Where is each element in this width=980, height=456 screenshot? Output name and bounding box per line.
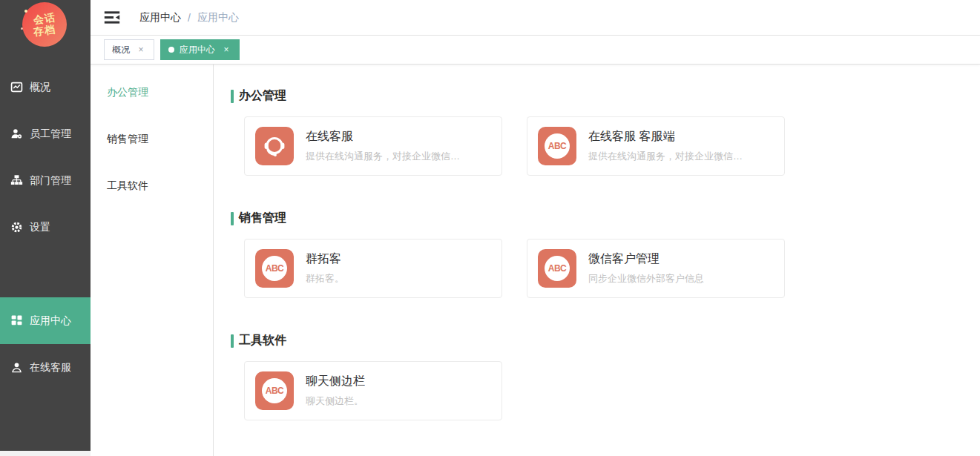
gear-icon <box>10 221 23 234</box>
app-card-list: ABC群拓客群拓客。ABC微信客户管理同步企业微信外部客户信息 <box>244 239 980 298</box>
users-icon <box>10 128 23 140</box>
app-card[interactable]: ABC聊天侧边栏聊天侧边栏。 <box>244 361 502 420</box>
app-name: 聊天侧边栏 <box>306 374 365 389</box>
app-card-text: 微信客户管理同步企业微信外部客户信息 <box>588 251 704 285</box>
agent-icon <box>10 361 23 374</box>
sidebar-item-departments[interactable]: 部门管理 <box>0 157 91 204</box>
category-nav-item-sales[interactable]: 销售管理 <box>91 116 213 162</box>
section-accent-bar <box>231 334 234 348</box>
abc-badge: ABC <box>545 133 570 159</box>
sidebar-scroll-track <box>0 451 91 456</box>
section-header: 办公管理 <box>231 88 980 104</box>
app-card-text: 聊天侧边栏聊天侧边栏。 <box>306 374 365 408</box>
sidebar-item-overview[interactable]: 概况 <box>0 64 91 110</box>
tab-overview[interactable]: 概况× <box>104 39 154 60</box>
abc-badge: ABC <box>262 256 287 281</box>
sidebar-item-label: 应用中心 <box>30 314 71 328</box>
logo-dot <box>24 10 27 13</box>
tab-label: 概况 <box>112 44 130 56</box>
app-root: 会话 存档 概况员工管理部门管理设置应用中心在线客服 应用中心 / 应用中心 概… <box>0 0 980 456</box>
headset-icon <box>255 127 294 165</box>
app-description: 聊天侧边栏。 <box>306 394 365 408</box>
section-title: 办公管理 <box>239 88 286 104</box>
sidebar-item-online-service[interactable]: 在线客服 <box>0 344 91 391</box>
app-description: 群拓客。 <box>306 272 344 285</box>
abc-icon: ABC <box>255 371 294 410</box>
sidebar-item-label: 概况 <box>30 81 50 94</box>
sidebar-item-label: 部门管理 <box>30 174 71 188</box>
category-nav-item-office[interactable]: 办公管理 <box>91 69 213 116</box>
logo-text-line2: 存档 <box>33 23 56 38</box>
breadcrumb-separator: / <box>188 12 191 24</box>
sidebar-item-app-center[interactable]: 应用中心 <box>0 297 91 344</box>
sidebar-toggle-icon[interactable] <box>104 10 120 24</box>
app-name: 微信客户管理 <box>588 251 704 267</box>
sidebar-item-settings[interactable]: 设置 <box>0 204 91 251</box>
app-section: 工具软件ABC聊天侧边栏聊天侧边栏。 <box>231 333 980 420</box>
section-title: 工具软件 <box>239 333 286 348</box>
category-nav: 办公管理销售管理工具软件 <box>91 65 214 456</box>
sidebar-item-label: 设置 <box>30 221 50 234</box>
grid-icon <box>10 314 23 327</box>
sidebar-nav: 概况员工管理部门管理设置应用中心在线客服 <box>0 64 91 391</box>
app-card[interactable]: ABC在线客服 客服端提供在线沟通服务，对接企业微信… <box>527 116 785 176</box>
app-card-list: ABC聊天侧边栏聊天侧边栏。 <box>244 361 980 420</box>
app-description: 提供在线沟通服务，对接企业微信… <box>588 150 743 163</box>
app-card-text: 在线客服 客服端提供在线沟通服务，对接企业微信… <box>588 129 743 163</box>
app-description: 同步企业微信外部客户信息 <box>588 272 704 285</box>
sidebar-item-employees[interactable]: 员工管理 <box>0 110 91 157</box>
app-card[interactable]: 在线客服提供在线沟通服务，对接企业微信… <box>244 116 502 176</box>
abc-icon: ABC <box>538 127 576 165</box>
abc-badge: ABC <box>545 256 570 281</box>
breadcrumb: 应用中心 / 应用中心 <box>139 11 239 24</box>
app-name: 在线客服 客服端 <box>588 129 743 145</box>
section-header: 销售管理 <box>231 211 980 226</box>
sidebar-item-label: 员工管理 <box>30 128 71 141</box>
tags-view-bar: 概况×应用中心× <box>91 36 980 65</box>
app-card[interactable]: ABC群拓客群拓客。 <box>244 239 502 298</box>
app-description: 提供在线沟通服务，对接企业微信… <box>306 150 460 163</box>
app-card-list: 在线客服提供在线沟通服务，对接企业微信…ABC在线客服 客服端提供在线沟通服务，… <box>244 116 980 176</box>
app-card-text: 在线客服提供在线沟通服务，对接企业微信… <box>306 129 460 163</box>
logo-dot <box>21 27 23 30</box>
tab-close-icon[interactable]: × <box>221 44 231 55</box>
app-card-text: 群拓客群拓客。 <box>306 251 344 285</box>
tab-close-icon[interactable]: × <box>136 44 146 55</box>
org-icon <box>10 174 23 187</box>
abc-icon: ABC <box>538 249 576 288</box>
abc-badge: ABC <box>262 378 287 403</box>
app-name: 群拓客 <box>306 251 344 267</box>
sidebar-item-label: 在线客服 <box>30 361 71 374</box>
tab-app-center[interactable]: 应用中心× <box>160 39 240 60</box>
section-header: 工具软件 <box>231 333 980 348</box>
section-title: 销售管理 <box>239 211 286 226</box>
app-logo: 会话 存档 <box>22 2 67 47</box>
breadcrumb-item-parent[interactable]: 应用中心 <box>139 11 181 24</box>
app-name: 在线客服 <box>306 129 460 145</box>
active-tab-dot <box>168 47 174 53</box>
app-card[interactable]: ABC微信客户管理同步企业微信外部客户信息 <box>527 239 785 298</box>
section-accent-bar <box>231 90 234 103</box>
app-section: 销售管理ABC群拓客群拓客。ABC微信客户管理同步企业微信外部客户信息 <box>231 211 980 298</box>
section-accent-bar <box>231 212 234 225</box>
tab-label: 应用中心 <box>180 44 215 56</box>
app-section: 办公管理在线客服提供在线沟通服务，对接企业微信…ABC在线客服 客服端提供在线沟… <box>231 88 980 176</box>
breadcrumb-item-current: 应用中心 <box>197 11 239 24</box>
abc-icon: ABC <box>255 249 294 288</box>
app-center-content: 办公管理在线客服提供在线沟通服务，对接企业微信…ABC在线客服 客服端提供在线沟… <box>214 65 980 456</box>
category-nav-item-tools[interactable]: 工具软件 <box>91 162 213 209</box>
sidebar: 会话 存档 概况员工管理部门管理设置应用中心在线客服 <box>0 0 91 451</box>
chart-icon <box>10 81 23 93</box>
top-header: 应用中心 / 应用中心 <box>91 0 980 36</box>
